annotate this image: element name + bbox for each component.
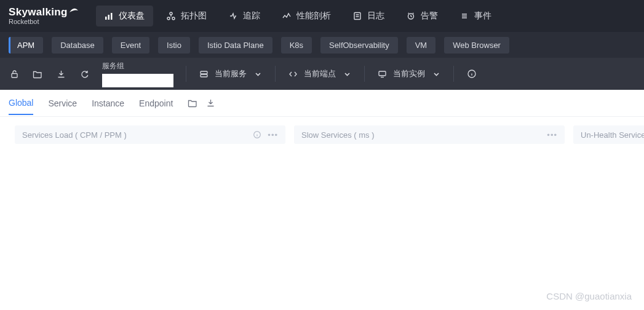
dropdown-label: 当前端点 <box>304 68 336 79</box>
card-title: Services Load ( CPM / PPM ) <box>22 130 127 140</box>
divider <box>453 66 454 82</box>
card-slow-services[interactable]: Slow Services ( ms ) ••• <box>294 125 565 144</box>
nav-event[interactable]: 事件 <box>451 6 500 26</box>
divider <box>275 66 276 82</box>
tab-istio[interactable]: Istio <box>158 37 190 54</box>
logo-title-text: Skywalking <box>9 7 68 18</box>
page-tabs: Global Service Instance Endpoint <box>0 90 644 117</box>
card-services-load[interactable]: Services Load ( CPM / PPM ) ••• <box>15 125 285 144</box>
divider <box>186 66 186 82</box>
current-endpoint-dropdown[interactable]: 当前端点 <box>288 68 352 79</box>
svg-rect-8 <box>12 73 17 78</box>
nav-profile[interactable]: 性能剖析 <box>274 6 340 26</box>
info-icon[interactable] <box>253 130 261 139</box>
widget-row: Services Load ( CPM / PPM ) ••• Slow Ser… <box>0 117 644 144</box>
current-instance-dropdown[interactable]: 当前实例 <box>377 68 441 79</box>
dashboard-icon <box>105 12 114 21</box>
topology-icon <box>167 12 176 21</box>
tab-k8s[interactable]: K8s <box>281 37 312 54</box>
card-unhealth-service[interactable]: Un-Health Service( <box>573 125 644 144</box>
chevron-down-icon <box>431 69 441 79</box>
service-group-input[interactable] <box>102 74 173 87</box>
svg-rect-9 <box>201 71 207 74</box>
logo-title: Skywalking <box>9 7 79 18</box>
svg-point-3 <box>170 12 172 15</box>
card-title: Slow Services ( ms ) <box>301 130 374 140</box>
tab-event[interactable]: Event <box>112 37 149 54</box>
nav-label: 日志 <box>367 10 384 22</box>
nav-trace[interactable]: 追踪 <box>220 6 269 26</box>
chevron-down-icon <box>342 69 352 79</box>
nav-label: 事件 <box>474 10 491 22</box>
info-icon[interactable] <box>466 68 477 79</box>
chevron-down-icon <box>253 69 263 79</box>
folder-icon[interactable] <box>188 98 197 108</box>
tab-database[interactable]: Database <box>52 37 103 54</box>
card-actions: ••• <box>253 130 278 140</box>
nav-dashboard[interactable]: 仪表盘 <box>96 6 153 26</box>
app-header: Skywalking Rocketbot 仪表盘 拓扑图 追踪 性能剖析 日志 … <box>0 0 644 32</box>
log-icon <box>353 12 362 21</box>
more-icon[interactable]: ••• <box>547 130 557 140</box>
svg-rect-2 <box>111 13 113 20</box>
nav-alarm[interactable]: 告警 <box>398 6 447 26</box>
refresh-icon[interactable] <box>79 68 90 79</box>
dashboard-tabs: APM Database Event Istio Istio Data Plan… <box>0 32 644 58</box>
page-tab-global[interactable]: Global <box>9 92 33 115</box>
profile-icon <box>282 12 292 21</box>
nav-label: 拓扑图 <box>181 10 207 22</box>
dropdown-label: 当前实例 <box>393 68 425 79</box>
nav-label: 性能剖析 <box>296 10 331 22</box>
card-actions: ••• <box>547 130 557 140</box>
logo: Skywalking Rocketbot <box>9 7 79 25</box>
tab-web-browser[interactable]: Web Browser <box>444 37 509 54</box>
page-tab-service[interactable]: Service <box>48 92 77 114</box>
logo-subtitle: Rocketbot <box>9 18 79 26</box>
logo-swoosh-icon <box>69 7 79 15</box>
lock-icon[interactable] <box>9 68 20 79</box>
dropdown-label: 当前服务 <box>215 68 247 79</box>
current-service-dropdown[interactable]: 当前服务 <box>199 68 263 79</box>
divider <box>364 66 365 82</box>
tab-apm[interactable]: APM <box>9 37 43 54</box>
server-icon <box>199 69 209 79</box>
svg-rect-10 <box>201 74 207 77</box>
monitor-icon <box>377 69 387 79</box>
event-icon <box>460 12 469 21</box>
svg-rect-1 <box>108 15 110 20</box>
svg-rect-11 <box>379 71 386 76</box>
svg-rect-6 <box>354 13 360 20</box>
code-icon <box>288 69 298 79</box>
page-tab-instance[interactable]: Instance <box>92 92 124 114</box>
watermark: CSDN @guaotianxia <box>546 291 632 301</box>
download-icon[interactable] <box>55 68 66 79</box>
tab-vm[interactable]: VM <box>407 37 436 54</box>
alarm-icon <box>407 12 416 21</box>
nav-label: 仪表盘 <box>119 10 145 22</box>
primary-nav: 仪表盘 拓扑图 追踪 性能剖析 日志 告警 事件 <box>96 6 500 26</box>
folder-icon[interactable] <box>32 68 43 79</box>
service-group-label: 服务组 <box>102 61 173 71</box>
selector-bar: 服务组 当前服务 当前端点 当前实例 <box>0 58 644 90</box>
tab-selfobservability[interactable]: SelfObservability <box>320 37 398 54</box>
nav-log[interactable]: 日志 <box>344 6 393 26</box>
page-tab-endpoint[interactable]: Endpoint <box>139 92 173 114</box>
more-icon[interactable]: ••• <box>268 130 278 140</box>
svg-rect-0 <box>105 17 107 20</box>
service-group-field: 服务组 <box>102 61 173 87</box>
download-icon[interactable] <box>206 98 216 108</box>
nav-topology[interactable]: 拓扑图 <box>158 6 215 26</box>
nav-label: 追踪 <box>243 10 260 22</box>
card-title: Un-Health Service( <box>581 130 644 140</box>
nav-label: 告警 <box>421 10 438 22</box>
trace-icon <box>229 12 238 21</box>
tab-istio-data-plane[interactable]: Istio Data Plane <box>199 37 272 54</box>
